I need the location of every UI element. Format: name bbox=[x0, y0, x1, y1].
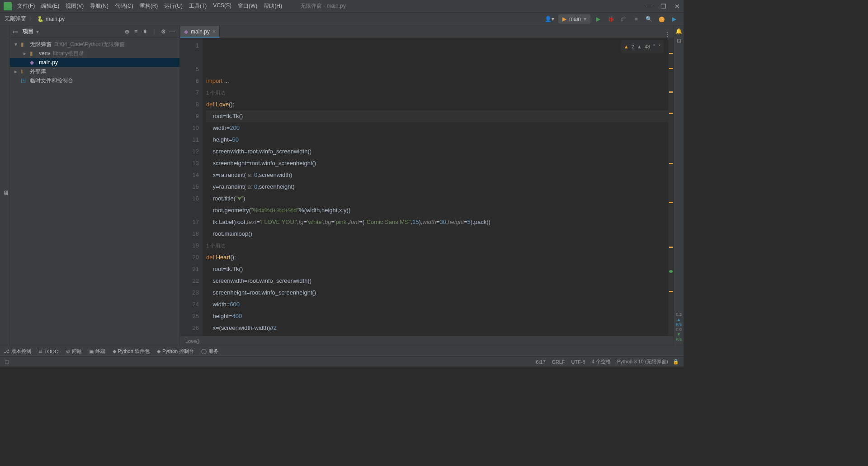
weak-warning-count: 48 bbox=[645, 41, 650, 52]
tree-main-file[interactable]: ◆ main.py bbox=[10, 58, 179, 67]
code-line[interactable]: height=400 bbox=[206, 310, 668, 322]
close-tab-icon[interactable]: × bbox=[212, 29, 216, 35]
code-line[interactable]: import ... bbox=[206, 75, 668, 87]
chevron-down-icon[interactable]: ▾ bbox=[14, 41, 21, 48]
code-line[interactable]: height=50 bbox=[206, 134, 668, 146]
chevron-right-icon[interactable]: ▸ bbox=[14, 68, 21, 75]
window-title: 无限弹窗 - main.py bbox=[300, 2, 646, 10]
indent-setting[interactable]: 4 个空格 bbox=[592, 358, 611, 365]
tool-windows-icon[interactable]: ▢ bbox=[5, 359, 9, 365]
file-encoding[interactable]: UTF-8 bbox=[571, 359, 585, 365]
editor-body[interactable]: 1567891011121314151617181920212223242526… bbox=[180, 38, 674, 336]
debug-button[interactable]: 🐞 bbox=[606, 14, 616, 24]
tab-version-control[interactable]: ⎇版本控制 bbox=[4, 348, 31, 355]
chevron-right-icon[interactable]: ▸ bbox=[24, 50, 30, 57]
code-line[interactable]: screenwidth=root.winfo_screenwidth() bbox=[206, 146, 668, 157]
code-line[interactable]: x=ra.randint( a: 0,screenwidth) bbox=[206, 169, 668, 181]
overview-ruler[interactable] bbox=[668, 38, 674, 336]
editor-tabs-more-icon[interactable]: ⋮ bbox=[665, 31, 670, 38]
hide-button[interactable]: — bbox=[168, 29, 177, 35]
code-line[interactable]: screenheight=root.winfo_screenheight() bbox=[206, 287, 668, 299]
code-line[interactable]: y=ra.randint( a: 0,screenheight) bbox=[206, 181, 668, 193]
tab-problems[interactable]: ⊘问题 bbox=[66, 348, 82, 355]
code-line[interactable]: root.geometry("%dx%d+%d+%d"%(width,heigh… bbox=[206, 204, 668, 216]
code-line[interactable]: width=200 bbox=[206, 122, 668, 134]
code-area[interactable]: ▲2 ▲48 ˄ ˅ import ...1 个用法def Love(): ro… bbox=[203, 38, 668, 336]
run-coverage-button[interactable]: ⮳ bbox=[618, 14, 628, 24]
tree-root[interactable]: ▾ ▮ 无限弹窗 D:\04_Code\Python\无限弹窗 bbox=[10, 40, 179, 49]
menu-help[interactable]: 帮助(H) bbox=[264, 2, 282, 10]
code-with-me-icon[interactable]: ▶ bbox=[669, 14, 679, 24]
code-line[interactable]: root.title("♥") bbox=[206, 193, 668, 204]
code-line[interactable]: root=tk.Tk() bbox=[206, 263, 668, 275]
code-line[interactable]: y=(screenheight-height)//2 bbox=[206, 334, 668, 336]
notifications-icon[interactable]: 🔔 bbox=[675, 28, 682, 34]
code-line[interactable]: width=600 bbox=[206, 299, 668, 310]
user-icon[interactable]: 👤▾ bbox=[545, 14, 555, 24]
menu-tools[interactable]: 工具(T) bbox=[189, 2, 207, 10]
line-gutter[interactable]: 1567891011121314151617181920212223242526 bbox=[180, 38, 203, 336]
code-line[interactable]: tk.Label(root,text='I LOVE YOU!',fg='whi… bbox=[206, 216, 668, 228]
breadcrumb-file[interactable]: main.py bbox=[46, 16, 65, 22]
stop-button[interactable]: ■ bbox=[631, 14, 641, 24]
tree-scratches[interactable]: ◳ 临时文件和控制台 bbox=[10, 76, 179, 85]
editor-tab-main[interactable]: ◆ main.py × bbox=[180, 26, 220, 38]
menu-refactor[interactable]: 重构(R) bbox=[140, 2, 158, 10]
project-view-icon[interactable]: ▭ bbox=[13, 29, 20, 35]
inspection-widget[interactable]: ▲2 ▲48 ˄ ˅ bbox=[621, 40, 664, 53]
tab-python-packages[interactable]: ◆Python 软件包 bbox=[113, 348, 150, 355]
menu-nav[interactable]: 导航(N) bbox=[90, 2, 108, 10]
menu-run[interactable]: 运行(U) bbox=[164, 2, 183, 10]
next-highlight-icon[interactable]: ˅ bbox=[658, 41, 661, 52]
code-line[interactable]: x=(screenwidth-width)//2 bbox=[206, 322, 668, 334]
tab-python-console[interactable]: ◆Python 控制台 bbox=[157, 348, 194, 355]
locate-button[interactable]: ⊕ bbox=[123, 29, 132, 35]
project-header-title[interactable]: 项目 bbox=[23, 28, 33, 35]
caret-position[interactable]: 6:17 bbox=[536, 359, 545, 365]
code-line[interactable]: def Love(): bbox=[206, 99, 668, 110]
breadcrumb-project[interactable]: 无限弹窗 bbox=[5, 15, 26, 23]
tree-root-label: 无限弹窗 bbox=[30, 41, 52, 48]
window-controls: — ❐ ✕ bbox=[646, 3, 680, 10]
folder-icon: ▮ bbox=[30, 50, 37, 57]
tab-todo[interactable]: ≣TODO bbox=[38, 348, 59, 354]
line-ending[interactable]: CRLF bbox=[552, 359, 565, 365]
expand-all-button[interactable]: ≡ bbox=[132, 29, 141, 35]
tree-venv[interactable]: ▸ ▮ venv library根目录 bbox=[10, 49, 179, 58]
menu-view[interactable]: 视图(V) bbox=[66, 2, 84, 10]
code-line[interactable]: def Heart(): bbox=[206, 252, 668, 263]
right-tool-stripe: 🔔 ⛁ 0.3 ▲ K/s 0.0 ▼ K/s bbox=[674, 25, 684, 346]
prev-highlight-icon[interactable]: ˄ bbox=[653, 41, 656, 52]
python-interpreter[interactable]: Python 3.10 (无限弹窗) bbox=[617, 358, 668, 365]
database-icon[interactable]: ⛁ bbox=[677, 38, 681, 44]
search-everywhere-icon[interactable]: 🔍 bbox=[644, 14, 654, 24]
menu-code[interactable]: 代码(C) bbox=[115, 2, 133, 10]
code-line[interactable]: root.mainloop() bbox=[206, 228, 668, 240]
ide-updates-icon[interactable]: ⬤ bbox=[656, 14, 666, 24]
collapse-all-button[interactable]: ⇞ bbox=[141, 29, 150, 35]
close-icon[interactable]: ✕ bbox=[675, 3, 680, 10]
run-button[interactable]: ▶ bbox=[593, 14, 603, 24]
tab-terminal[interactable]: ▣终端 bbox=[89, 348, 105, 355]
run-config-selector[interactable]: ▶ main ▾ bbox=[558, 14, 590, 24]
maximize-icon[interactable]: ❐ bbox=[660, 3, 666, 10]
code-line[interactable]: 1 个用法 bbox=[206, 87, 668, 99]
code-breadcrumb[interactable]: Love() bbox=[180, 336, 674, 346]
minimize-icon[interactable]: — bbox=[646, 3, 652, 10]
settings-icon[interactable]: ⚙ bbox=[159, 29, 168, 35]
chevron-down-icon[interactable]: ▾ bbox=[36, 29, 39, 35]
code-line[interactable]: screenheight=root.winfo_screenheight() bbox=[206, 157, 668, 169]
menu-vcs[interactable]: VCS(S) bbox=[213, 2, 231, 10]
tree-external-lib[interactable]: ▸ ⫴ 外部库 bbox=[10, 67, 179, 76]
project-tree[interactable]: ▾ ▮ 无限弹窗 D:\04_Code\Python\无限弹窗 ▸ ▮ venv… bbox=[10, 38, 179, 346]
code-line[interactable]: root=tk.Tk() bbox=[206, 110, 668, 122]
code-line[interactable]: screenwidth=root.winfo_screenwidth() bbox=[206, 275, 668, 287]
menu-file[interactable]: 文件(F) bbox=[17, 2, 35, 10]
lock-icon[interactable]: 🔒 bbox=[673, 359, 679, 365]
menu-window[interactable]: 窗口(W) bbox=[238, 2, 257, 10]
tree-scratch-label: 临时文件和控制台 bbox=[30, 77, 73, 85]
tab-services[interactable]: ◯服务 bbox=[201, 348, 218, 355]
code-line[interactable]: 1 个用法 bbox=[206, 240, 668, 252]
menu-edit[interactable]: 编辑(E) bbox=[41, 2, 59, 10]
tree-root-path: D:\04_Code\Python\无限弹窗 bbox=[54, 41, 125, 48]
